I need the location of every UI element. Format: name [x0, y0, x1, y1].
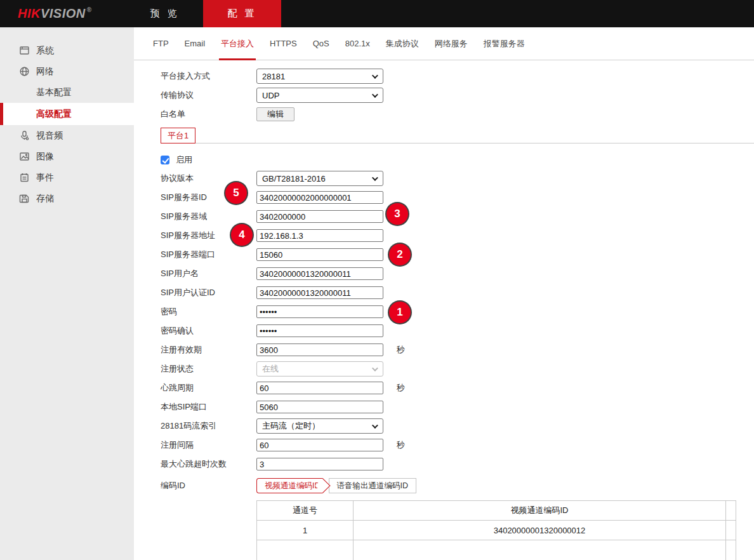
- video-channel-encoding-id-cell: [354, 540, 726, 560]
- tab-email[interactable]: Email: [185, 27, 206, 60]
- chevron-down-icon: [372, 175, 378, 181]
- sidebar-item-label: 存储: [36, 193, 54, 204]
- sip-server-address-input[interactable]: [256, 229, 383, 242]
- tab-network-service[interactable]: 网络服务: [435, 27, 468, 60]
- floppy-disk-icon: [19, 193, 30, 204]
- tab-platform-access[interactable]: 平台接入: [221, 27, 254, 60]
- encoding-tabs: 视频通道编码ID 语音输出通道编码ID: [256, 478, 416, 493]
- form-row-sip-username: SIP用户名: [161, 264, 754, 283]
- form-row-stream-index: 28181码流索引 主码流（定时）: [161, 417, 754, 436]
- tab-alarm-server[interactable]: 报警服务器: [484, 27, 525, 60]
- sidebar-item-system[interactable]: 系统: [0, 40, 134, 61]
- protocol-version-select[interactable]: GB/T28181-2016: [256, 171, 383, 186]
- register-status-value: 在线: [262, 363, 279, 375]
- annotation-badge-1: 1: [389, 302, 411, 323]
- tab-8021x[interactable]: 802.1x: [345, 27, 370, 60]
- annotation-badge-2: 2: [389, 244, 411, 265]
- sidebar-item-basic-config[interactable]: 基本配置: [0, 82, 134, 103]
- register-interval-label: 注册间隔: [161, 439, 256, 451]
- notepad-icon: [19, 172, 30, 183]
- page: HIKVISION® 预 览 配 置 系统 网络 基本配置 高级配置: [0, 0, 754, 560]
- globe-icon: [19, 66, 30, 77]
- sidebar-item-image[interactable]: 图像: [0, 146, 134, 167]
- form-row-max-heartbeat-timeout: 最大心跳超时次数: [161, 455, 754, 474]
- tab-qos[interactable]: QoS: [313, 27, 329, 60]
- form-row-local-sip-port: 本地SIP端口: [161, 397, 754, 417]
- sidebar-item-label: 视音频: [36, 130, 63, 142]
- sip-server-domain-input[interactable]: [256, 210, 383, 223]
- password-confirm-input[interactable]: [256, 324, 383, 337]
- transport-protocol-value: UDP: [262, 91, 279, 100]
- annotation-badge-3: 3: [387, 203, 408, 225]
- local-sip-port-label: 本地SIP端口: [161, 401, 256, 413]
- sip-auth-id-input[interactable]: [256, 286, 383, 299]
- tab-ftp[interactable]: FTP: [153, 27, 169, 60]
- transport-protocol-label: 传输协议: [161, 90, 256, 101]
- sidebar-item-label: 事件: [36, 172, 54, 183]
- protocol-version-label: 协议版本: [161, 173, 256, 184]
- sidebar-item-label: 系统: [36, 45, 54, 57]
- stream-index-label: 28181码流索引: [161, 420, 256, 432]
- top-nav: 预 览 配 置: [126, 0, 281, 27]
- register-validity-label: 注册有效期: [161, 344, 256, 356]
- local-sip-port-input[interactable]: [256, 401, 383, 413]
- table-header-row: 通道号 视频通道编码ID: [257, 501, 736, 521]
- sidebar-item-network[interactable]: 网络: [0, 61, 134, 82]
- annotation-badge-4: 4: [231, 224, 253, 246]
- channel-number-header: 通道号: [257, 501, 354, 521]
- sip-server-id-input[interactable]: [256, 191, 383, 204]
- transport-protocol-select[interactable]: UDP: [256, 88, 383, 103]
- topbar: HIKVISION® 预 览 配 置: [0, 0, 754, 27]
- sip-server-port-input[interactable]: [256, 248, 383, 261]
- sip-server-domain-label: SIP服务器域: [161, 211, 256, 222]
- max-heartbeat-timeout-label: 最大心跳超时次数: [161, 458, 256, 470]
- access-mode-label: 平台接入方式: [161, 70, 256, 82]
- chevron-down-icon: [372, 72, 378, 79]
- access-mode-select[interactable]: 28181: [256, 69, 383, 84]
- channel-number-cell: 1: [257, 521, 354, 540]
- tab-integration-protocol[interactable]: 集成协议: [386, 27, 419, 60]
- sidebar-item-label: 网络: [36, 66, 54, 77]
- tab-https[interactable]: HTTPS: [270, 27, 297, 60]
- hikvision-logo: HIKVISION®: [18, 0, 92, 27]
- nav-preview[interactable]: 预 览: [126, 0, 203, 27]
- whitelist-edit-button[interactable]: 编辑: [256, 107, 294, 121]
- logo-vision: VISION: [41, 6, 86, 21]
- form-row-register-interval: 注册间隔 秒: [161, 436, 754, 455]
- sidebar-item-audio-video[interactable]: 视音频: [0, 125, 134, 146]
- sip-username-input[interactable]: [256, 267, 383, 280]
- video-channel-encoding-id-header: 视频通道编码ID: [354, 501, 726, 521]
- max-heartbeat-timeout-input[interactable]: [256, 458, 383, 470]
- register-status-select: 在线: [256, 361, 383, 377]
- enable-checkbox[interactable]: [161, 156, 169, 164]
- register-interval-input[interactable]: [256, 439, 383, 451]
- platform1-tab[interactable]: 平台1: [161, 128, 195, 143]
- platform-access-form: 平台接入方式 28181 传输协议 UDP 白名单 编辑 平台1: [134, 60, 754, 560]
- chevron-down-icon: [372, 422, 378, 429]
- table-row: [257, 540, 736, 560]
- sidebar-item-label: 高级配置: [36, 109, 72, 120]
- sip-auth-id-label: SIP用户认证ID: [161, 287, 256, 298]
- enable-label: 启用: [176, 154, 192, 166]
- stream-index-select[interactable]: 主码流（定时）: [256, 418, 383, 434]
- sidebar-item-storage[interactable]: 存储: [0, 188, 134, 209]
- sidebar-item-advanced-config[interactable]: 高级配置: [0, 103, 134, 125]
- form-row-register-validity: 注册有效期 秒: [161, 340, 754, 359]
- tab-audio-output-channel-encoding-id[interactable]: 语音输出通道编码ID: [329, 478, 417, 493]
- tab-video-channel-encoding-id[interactable]: 视频通道编码ID: [256, 478, 323, 493]
- password-input[interactable]: [256, 305, 383, 318]
- nav-configuration[interactable]: 配 置: [203, 0, 281, 27]
- table-row: 1 34020000001320000012: [257, 521, 736, 540]
- form-row-password-confirm: 密码确认: [161, 321, 754, 340]
- register-validity-input[interactable]: [256, 343, 383, 356]
- form-row-register-status: 注册状态 在线: [161, 359, 754, 378]
- form-row-sip-server-domain: SIP服务器域: [161, 207, 754, 226]
- sidebar-item-label: 图像: [36, 151, 54, 163]
- sidebar-item-label: 基本配置: [36, 87, 72, 98]
- scrollbar-column: [726, 521, 736, 540]
- microphone-icon: [19, 130, 30, 141]
- sidebar-item-event[interactable]: 事件: [0, 167, 134, 188]
- sip-server-port-label: SIP服务器端口: [161, 249, 256, 260]
- heartbeat-interval-label: 心跳周期: [161, 382, 256, 394]
- heartbeat-interval-input[interactable]: [256, 382, 383, 394]
